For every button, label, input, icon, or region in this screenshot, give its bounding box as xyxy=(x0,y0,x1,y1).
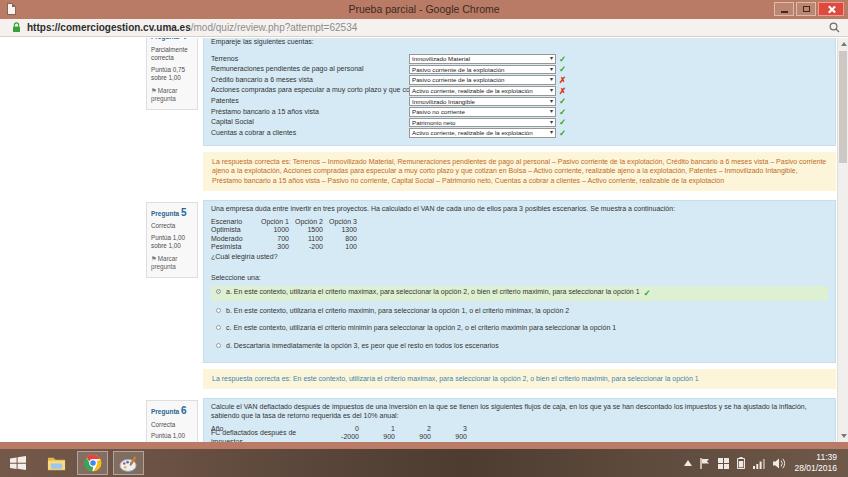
question-5-info: Pregunta 5 Correcta Puntúa 1,00 sobre 1,… xyxy=(146,202,198,278)
chevron-down-icon: ▾ xyxy=(548,98,553,106)
question-number: Pregunta 4 xyxy=(151,38,193,43)
vertical-scrollbar[interactable] xyxy=(837,38,848,442)
minimize-icon xyxy=(781,11,788,13)
radio-button[interactable] xyxy=(216,325,221,330)
maximize-button[interactable] xyxy=(796,2,816,16)
table-row: FC deflactados después de impuestos-2000… xyxy=(211,433,828,442)
windows-logo-icon xyxy=(10,456,26,470)
window-bottom-frame xyxy=(0,442,848,449)
table-cell: Opción 3 xyxy=(323,218,357,227)
chevron-down-icon: ▾ xyxy=(548,76,553,84)
battery-icon[interactable] xyxy=(737,457,745,469)
question-4-content: Empareje las siguientes cuentas: Terreno… xyxy=(203,38,836,146)
match-answer-select[interactable]: Pasivo no corriente▾ xyxy=(409,107,556,117)
question-subtext: ¿Cuál elegiría usted? xyxy=(211,253,828,262)
chevron-down-icon: ▾ xyxy=(548,55,553,63)
volume-icon[interactable] xyxy=(773,458,786,469)
https-lock-icon[interactable] xyxy=(12,22,21,33)
match-item-label: Cuentas a cobrar a clientes xyxy=(211,129,409,138)
radio-button[interactable] xyxy=(216,343,221,348)
selected-option-text: Pasivo corriente de la explotación xyxy=(412,66,505,74)
maximize-icon xyxy=(803,6,810,12)
question-5-content: Una empresa duda entre invertir en tres … xyxy=(203,200,836,364)
chevron-down-icon: ▾ xyxy=(548,119,553,127)
start-button[interactable] xyxy=(0,449,36,477)
close-icon xyxy=(827,5,835,13)
table-cell: Opción 2 xyxy=(289,218,323,227)
taskbar-clock[interactable]: 11:39 28/01/2016 xyxy=(794,452,841,475)
match-answer-select[interactable]: Inmovilizado Intangible▾ xyxy=(409,97,556,107)
radio-button[interactable] xyxy=(216,308,221,313)
question-6: Pregunta 6 Correcta Puntúa 1,00 sobre 1,… xyxy=(146,398,836,442)
table-cell: Optimista xyxy=(211,226,255,235)
chevron-down-icon: ▾ xyxy=(548,87,553,95)
match-item-label: Acciones compradas para especular a muy … xyxy=(211,86,409,95)
table-row: Moderado7001100800 xyxy=(211,235,828,244)
question-grade: Puntúa 1,00 sobre 1,00 xyxy=(151,432,193,442)
radio-button[interactable] xyxy=(216,289,221,294)
scroll-up-arrow-icon[interactable] xyxy=(841,42,847,46)
check-icon: ✓ xyxy=(556,64,569,75)
question-5-feedback: La respuesta correcta es: En este contex… xyxy=(203,369,836,389)
question-number: Pregunta 6 xyxy=(151,404,193,418)
choose-one-label: Seleccione una: xyxy=(211,274,828,283)
answer-option[interactable]: d. Descartaría inmediatamente la opción … xyxy=(211,339,828,353)
window-titlebar: Prueba parcial - Google Chrome xyxy=(0,0,848,19)
match-row: TerrenosInmovilizado Material▾✓ xyxy=(211,54,828,65)
minimize-button[interactable] xyxy=(774,2,794,16)
taskbar-file-explorer[interactable] xyxy=(41,451,72,475)
q5-options: a. En este contexto, utilizaría el crite… xyxy=(211,286,828,353)
clock-date: 28/01/2016 xyxy=(794,463,837,474)
question-4: Pregunta 4 Parcialmente correcta Puntúa … xyxy=(146,38,836,191)
address-bar[interactable]: https://comerciogestion.cv.uma.es/mod/qu… xyxy=(0,22,848,33)
match-answer-select[interactable]: Activo corriente, realizable de la explo… xyxy=(409,86,556,96)
table-cell: 900 xyxy=(359,433,395,442)
table-cell: 2 xyxy=(395,425,431,434)
cross-icon: ✗ xyxy=(556,75,569,86)
cashflow-table: Año0123FC deflactados después de impuest… xyxy=(211,425,828,442)
table-row: Optimista100015001300 xyxy=(211,226,828,235)
search-icon[interactable] xyxy=(829,22,840,33)
selected-option-text: Patrimonio neto xyxy=(412,119,455,127)
scroll-down-arrow-icon[interactable] xyxy=(841,434,847,438)
option-text: d. Descartaría inmediatamente la opción … xyxy=(226,342,499,351)
chevron-down-icon: ▾ xyxy=(548,108,553,116)
answer-option[interactable]: c. En este contexto, utilizaría el crite… xyxy=(211,322,828,336)
match-answer-select[interactable]: Pasivo corriente de la explotación▾ xyxy=(409,65,556,75)
chevron-down-icon: ▾ xyxy=(548,129,553,137)
check-icon: ✓ xyxy=(644,288,651,299)
cross-icon: ✗ xyxy=(556,86,569,97)
paint-icon xyxy=(119,455,138,472)
selected-option-text: Pasivo no corriente xyxy=(412,108,465,116)
table-cell: 1500 xyxy=(289,226,323,235)
match-answer-select[interactable]: Pasivo corriente de la explotación▾ xyxy=(409,75,556,85)
table-cell: Moderado xyxy=(211,235,255,244)
match-row: Capital SocialPatrimonio neto▾✓ xyxy=(211,117,828,128)
table-cell: 1000 xyxy=(255,226,289,235)
answer-option[interactable]: a. En este contexto, utilizaría el crite… xyxy=(211,286,828,302)
taskbar-chrome[interactable] xyxy=(77,451,108,475)
flag-question-link[interactable]: ⚑Marcar pregunta xyxy=(151,255,193,272)
question-state: Parcialmente correcta xyxy=(151,46,193,63)
match-answer-select[interactable]: Activo corriente, realizable de la explo… xyxy=(409,128,556,138)
flag-question-link[interactable]: ⚑Marcar pregunta xyxy=(151,87,193,104)
match-answer-select[interactable]: Patrimonio neto▾ xyxy=(409,118,556,128)
question-text: Calcule el VAN deflactado después de imp… xyxy=(211,403,828,421)
scrollbar-thumb[interactable] xyxy=(839,51,847,163)
table-row: Pesimista300-200100 xyxy=(211,243,828,252)
browser-toolbar: https://comerciogestion.cv.uma.es/mod/qu… xyxy=(0,19,848,37)
tray-grid-icon[interactable] xyxy=(718,458,729,469)
answer-option[interactable]: b. En este contexto, utilizaría el crite… xyxy=(211,305,828,319)
option-text: a. En este contexto, utilizaría el crite… xyxy=(226,288,640,297)
match-row: Cuentas a cobrar a clientesActivo corrie… xyxy=(211,128,828,139)
close-button[interactable] xyxy=(818,2,844,16)
taskbar-paint[interactable] xyxy=(113,451,144,475)
table-cell: 900 xyxy=(395,433,431,442)
show-hidden-icons-icon[interactable] xyxy=(684,460,692,466)
table-row: EscenarioOpción 1Opción 2Opción 3 xyxy=(211,218,828,227)
match-answer-select[interactable]: Inmovilizado Material▾ xyxy=(409,54,556,64)
action-center-flag-icon[interactable] xyxy=(700,458,710,469)
scenario-table: EscenarioOpción 1Opción 2Opción 3Optimis… xyxy=(211,218,828,252)
network-signal-icon[interactable] xyxy=(753,458,765,469)
check-icon: ✓ xyxy=(556,117,569,128)
